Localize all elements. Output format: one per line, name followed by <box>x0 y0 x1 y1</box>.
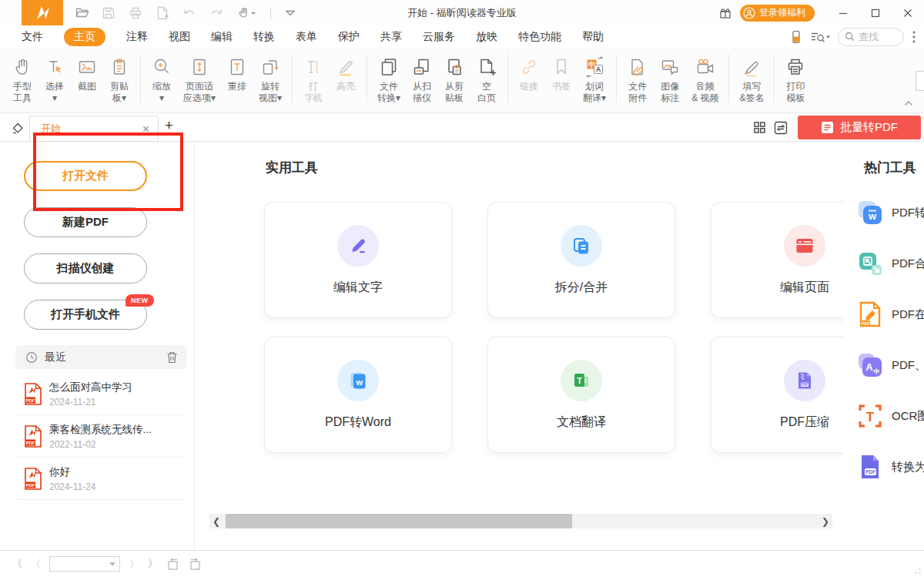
mobile-phone-icon[interactable] <box>790 30 802 44</box>
scanner-create-button[interactable]: 扫描仪创建 <box>24 253 147 283</box>
edit-tabs-icon[interactable] <box>11 121 25 135</box>
recent-file-row[interactable]: PDF 乘客检测系统无线传... 2022-11-02 <box>0 415 195 458</box>
collapse-ribbon-icon[interactable] <box>904 100 913 106</box>
ribbon-fill-sign[interactable]: 填写 &签名 <box>734 48 769 104</box>
menu-file[interactable]: 文件 <box>22 30 43 44</box>
ribbon-print-template[interactable]: 打印 模板 <box>779 48 812 104</box>
ribbon-image-annotation[interactable]: 图像 标注 <box>654 48 686 104</box>
menu-comment[interactable]: 注释 <box>126 30 148 44</box>
minimize-button[interactable] <box>827 0 859 25</box>
card-doc-translate[interactable]: T 文档翻译 <box>487 337 675 453</box>
hot-tool-pdf-to-word[interactable]: w PDF转 <box>856 199 924 226</box>
open-file-button[interactable]: 打开文件 <box>24 161 147 191</box>
close-button[interactable] <box>892 0 924 25</box>
hot-tool-pdf-translate[interactable]: A中 PDF、 <box>856 351 924 379</box>
next-page-icon[interactable]: 〉 <box>129 557 139 571</box>
menu-features[interactable]: 特色功能 <box>518 30 561 44</box>
pdf-file-icon: PDF <box>25 468 42 490</box>
batch-convert-pdf-button[interactable]: 批量转PDF <box>798 116 921 139</box>
undo-icon[interactable] <box>182 5 197 21</box>
login-button[interactable]: 登录领福利 <box>740 5 815 22</box>
menu-form[interactable]: 表单 <box>296 30 317 44</box>
ribbon-clipboard[interactable]: 剪贴 板▾ <box>103 48 136 104</box>
next-view-icon[interactable] <box>189 558 202 571</box>
ribbon-rotate-view[interactable]: 旋转 视图▾ <box>253 48 287 104</box>
card-edit-pages[interactable]: 编辑页面 <box>711 202 843 318</box>
tab-switch-icon[interactable] <box>770 117 792 139</box>
ribbon-hand-tool[interactable]: 手型 工具 <box>6 48 38 104</box>
ribbon-select-tool[interactable]: 选择 ▾ <box>38 48 71 104</box>
ribbon-convert-file[interactable]: 文件 转换▾ <box>372 48 406 104</box>
prev-page-icon[interactable]: 〈 <box>31 557 40 571</box>
ribbon-blank-page[interactable]: 空 白页 <box>470 48 503 104</box>
card-split-merge[interactable]: 拆分/合并 <box>487 202 675 318</box>
menu-edit[interactable]: 编辑 <box>211 30 233 44</box>
card-pdf-compress[interactable]: PDF PDF压缩 <box>711 337 843 453</box>
previous-view-icon[interactable] <box>166 558 179 571</box>
menu-help[interactable]: 帮助 <box>582 30 604 44</box>
tab-start[interactable]: 开始 ✕ <box>29 116 159 142</box>
ribbon-typewriter[interactable]: 打 字机 <box>297 48 330 104</box>
menu-presentation[interactable]: 放映 <box>476 30 497 44</box>
hot-tool-ocr[interactable]: T OCR图 <box>856 402 924 430</box>
tab-close-icon[interactable]: ✕ <box>142 123 150 135</box>
ribbon-from-scanner[interactable]: 从扫 描仪 <box>406 48 438 104</box>
new-tab-icon[interactable]: + <box>165 117 173 134</box>
more-options-icon[interactable] <box>912 30 916 44</box>
first-page-icon[interactable]: 《 <box>12 557 22 571</box>
menu-home[interactable]: 主页 <box>64 28 105 46</box>
ribbon-bookmark[interactable]: 书签 <box>545 48 578 92</box>
svg-text:PDF: PDF <box>26 398 35 403</box>
foxit-logo[interactable] <box>22 0 63 25</box>
ribbon-reflow[interactable]: 重排 <box>221 48 253 92</box>
recent-file-row[interactable]: PDF 怎么面对高中学习 2024-11-21 <box>0 373 195 415</box>
tab-label: 开始 <box>41 122 61 136</box>
hand-mode-icon[interactable] <box>236 5 259 21</box>
print-icon[interactable] <box>128 5 143 21</box>
scroll-right-icon[interactable]: ❯ <box>819 516 832 527</box>
titlebar-right: 登录领福利 <box>715 0 924 25</box>
gift-icon[interactable] <box>715 5 735 22</box>
page-number-combobox[interactable] <box>49 556 120 572</box>
ribbon-highlight[interactable]: 高亮 <box>330 48 362 92</box>
recent-file-row[interactable]: PDF 你好 2024-11-24 <box>0 458 195 500</box>
new-document-icon[interactable] <box>155 5 170 21</box>
open-file-icon[interactable] <box>74 5 89 21</box>
search-input[interactable]: 查找 <box>838 28 904 46</box>
ribbon-audio-video[interactable]: 音频 & 视频 <box>686 48 724 104</box>
menu-convert[interactable]: 转换 <box>253 30 275 44</box>
customize-toolbar-icon[interactable] <box>283 5 298 21</box>
ribbon-translate[interactable]: 中A 划词 翻译▾ <box>578 48 611 104</box>
ribbon-file-attachment[interactable]: 文件 附件 <box>621 48 654 104</box>
save-icon[interactable] <box>101 5 116 21</box>
hot-tool-pdf-online-edit[interactable]: PDF PDF在 <box>856 300 924 328</box>
menu-share[interactable]: 共享 <box>380 30 402 44</box>
ribbon-from-clipboard[interactable]: 从剪 贴板 <box>438 48 470 104</box>
hot-tool-convert-to-pdf[interactable]: PDF 转换为 <box>856 453 924 481</box>
ribbon-snapshot[interactable]: 截图 <box>71 48 103 92</box>
clear-recent-trash-icon[interactable] <box>166 351 178 364</box>
ribbon-link[interactable]: 链接 <box>513 48 545 92</box>
card-edit-text[interactable]: 编辑文字 <box>264 202 452 318</box>
menu-protect[interactable]: 保护 <box>338 30 360 44</box>
menu-view[interactable]: 视图 <box>169 30 190 44</box>
hot-tool-pdf-merge[interactable]: PDF合 <box>856 250 924 277</box>
scrollbar-thumb[interactable] <box>226 514 572 528</box>
recent-files-list: PDF 怎么面对高中学习 2024-11-21 PDF 乘客检测系统无线传...… <box>0 373 195 500</box>
horizontal-scrollbar[interactable]: ❮ ❯ <box>209 514 832 528</box>
menu-cloud[interactable]: 云服务 <box>423 30 455 44</box>
card-pdf-to-word[interactable]: w PDF转Word <box>264 337 452 453</box>
tab-grid-view-icon[interactable] <box>748 117 770 139</box>
ribbon-page-fit[interactable]: 页面适 应选项▾ <box>178 48 221 104</box>
scroll-left-icon[interactable]: ❮ <box>209 516 223 527</box>
recent-file-date: 2022-11-02 <box>49 439 152 450</box>
advanced-search-icon[interactable] <box>810 31 830 43</box>
svg-text:中: 中 <box>874 368 880 375</box>
hidden-panel-handle[interactable] <box>916 71 924 91</box>
last-page-icon[interactable]: 》 <box>148 557 157 571</box>
redo-icon[interactable] <box>209 5 224 21</box>
maximize-button[interactable] <box>859 0 892 25</box>
user-icon <box>743 7 755 19</box>
create-pdf-button[interactable]: 新建PDF <box>24 207 147 237</box>
ribbon-zoom[interactable]: 缩放 ▾ <box>146 48 178 104</box>
